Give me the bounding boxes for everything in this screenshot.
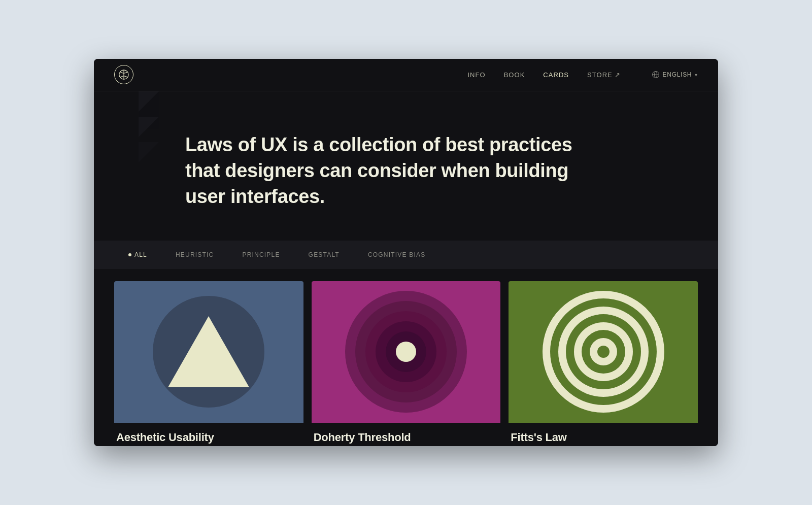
cards-grid: Aesthetic Usability Doherty Threshold [114,281,698,447]
card-aesthetic-usability[interactable]: Aesthetic Usability [114,281,303,447]
chevron-down-icon: ▾ [695,72,698,78]
card-image-blue [114,281,303,423]
target-decoration [543,291,664,413]
rings-decoration [345,291,467,413]
card-label-aesthetic-usability: Aesthetic Usability [114,423,303,446]
hero-title: Laws of UX is a collection of best pract… [185,132,591,210]
svg-marker-6 [139,117,159,137]
nav-links: INFO BOOK CARDS STORE ↗ [467,70,621,79]
nav-item-info[interactable]: INFO [467,70,485,79]
nav-item-cards[interactable]: CARDS [543,70,569,79]
filter-gestalt-label: GESTALT [309,251,340,258]
filter-bar: ALL HEURISTIC PRINCIPLE GESTALT COGNITIV… [94,241,718,269]
filter-dot [128,253,131,256]
svg-marker-7 [139,142,159,162]
nav-item-store[interactable]: STORE ↗ [587,70,621,79]
filter-cognitive-bias[interactable]: COGNITIVE BIAS [354,241,440,269]
filter-all[interactable]: ALL [114,241,161,269]
filter-principle[interactable]: PRINCIPLE [228,241,294,269]
hero-decoration [139,91,179,193]
browser-window: INFO BOOK CARDS STORE ↗ ENGLISH ▾ [94,59,718,446]
filter-principle-label: PRINCIPLE [242,251,280,258]
card-image-magenta [312,281,501,423]
filter-gestalt[interactable]: GESTALT [294,241,354,269]
svg-marker-5 [139,91,159,112]
target-ring-8 [597,346,610,358]
filter-heuristic[interactable]: HEURISTIC [161,241,228,269]
globe-icon [652,71,660,79]
filter-heuristic-label: HEURISTIC [176,251,214,258]
card-image-green [509,281,698,423]
logo[interactable] [114,65,133,84]
hero-section: Laws of UX is a collection of best pract… [94,91,718,241]
card-fitts-law[interactable]: Fitts's Law [509,281,698,447]
triangle-icon [168,316,249,387]
language-selector[interactable]: ENGLISH ▾ [652,71,698,79]
cards-section: Aesthetic Usability Doherty Threshold [94,269,718,447]
card-label-fitts-law: Fitts's Law [509,423,698,446]
card-doherty-threshold[interactable]: Doherty Threshold [312,281,501,447]
filter-cognitive-bias-label: COGNITIVE BIAS [368,251,426,258]
navigation: INFO BOOK CARDS STORE ↗ ENGLISH ▾ [94,59,718,91]
card-label-doherty-threshold: Doherty Threshold [312,423,501,446]
language-label: ENGLISH [663,71,692,78]
filter-all-label: ALL [134,251,147,258]
nav-item-book[interactable]: BOOK [504,70,525,79]
